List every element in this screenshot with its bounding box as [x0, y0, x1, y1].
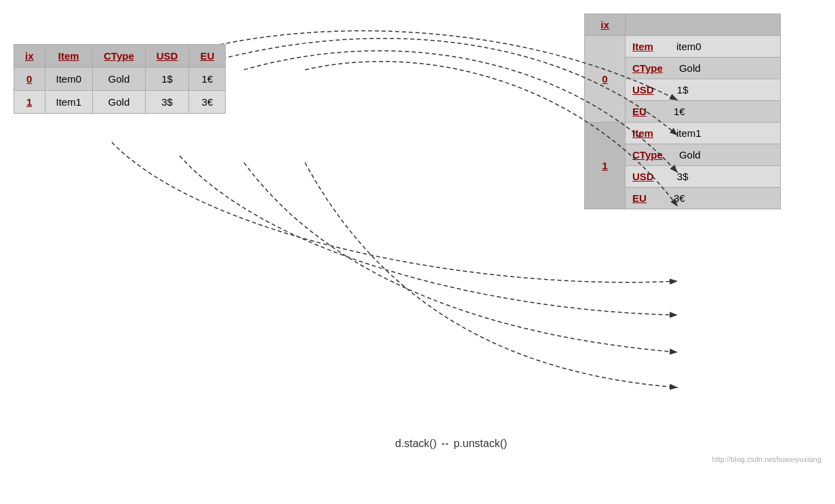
- rt-ix0-eu-key: EU: [632, 106, 647, 117]
- rt-header-ix: ix: [585, 14, 626, 36]
- rt-ix0-usd-key: USD: [632, 84, 654, 96]
- left-row1-eu: 3€: [189, 91, 226, 114]
- rt-ix1-usd-val: 3$: [677, 171, 689, 182]
- rt-ix0-ctype-row: CType Gold: [626, 58, 781, 79]
- left-row1-ix: 1: [14, 91, 45, 114]
- left-row0-ix: 0: [14, 68, 45, 91]
- rt-ix1-item-val: item1: [676, 127, 701, 139]
- rt-ix1-ctype-key: CType: [632, 149, 663, 161]
- rt-ix1-item-row: Item item1: [626, 123, 781, 144]
- rt-ix1-usd-key: USD: [632, 171, 654, 182]
- left-row0-eu: 1€: [189, 68, 226, 91]
- left-header-eu: EU: [189, 45, 226, 68]
- watermark: http://blog.csdn.net/liuweiyuxiang: [712, 455, 821, 463]
- rt-ix1-ctype-row: CType Gold: [626, 144, 781, 166]
- left-header-ctype: CType: [93, 45, 146, 68]
- rt-ix0-item-row: Item item0: [626, 36, 781, 58]
- right-table-full: ix 0 Item item0 CType Gold USD: [584, 14, 781, 209]
- rt-ix0-item-key: Item: [632, 41, 653, 52]
- rt-ix1-eu-val: 3€: [674, 192, 685, 204]
- rt-ix0-eu-row: EU 1€: [626, 101, 781, 123]
- left-row1-ctype: Gold: [93, 91, 146, 114]
- rt-ix1-eu-key: EU: [632, 192, 647, 204]
- rt-ix1-ctype-val: Gold: [679, 149, 701, 161]
- left-table: ix Item CType USD EU 0 Item0 Gold 1$ 1€ …: [14, 44, 226, 114]
- rt-ix0-ctype-key: CType: [632, 62, 663, 74]
- rt-ix1-usd-row: USD 3$: [626, 166, 781, 188]
- rt-ix1: 1: [585, 123, 626, 209]
- rt-ix0-usd-val: 1$: [677, 84, 689, 96]
- main-container: ix Item CType USD EU 0 Item0 Gold 1$ 1€ …: [0, 0, 835, 504]
- left-header-item: Item: [45, 45, 93, 68]
- rt-ix0-eu-val: 1€: [674, 106, 685, 117]
- rt-ix0: 0: [585, 36, 626, 123]
- rt-ix0-usd-row: USD 1$: [626, 79, 781, 101]
- rt-ix1-item-key: Item: [632, 127, 653, 139]
- left-row0-usd: 1$: [145, 68, 189, 91]
- left-row1-usd: 3$: [145, 91, 189, 114]
- left-header-ix: ix: [14, 45, 45, 68]
- rt-header-empty: [626, 14, 781, 36]
- left-row0-item: Item0: [45, 68, 93, 91]
- rt-ix0-item-val: item0: [676, 41, 701, 52]
- left-row1-item: Item1: [45, 91, 93, 114]
- rt-ix1-eu-row: EU 3€: [626, 188, 781, 209]
- rt-ix0-ctype-val: Gold: [679, 62, 701, 74]
- left-row0-ctype: Gold: [93, 68, 146, 91]
- left-header-usd: USD: [145, 45, 189, 68]
- bottom-label: d.stack() ↔ p.unstack(): [395, 438, 507, 450]
